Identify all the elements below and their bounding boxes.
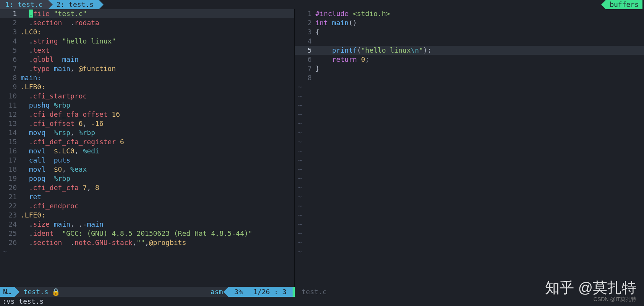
- code-line[interactable]: 26 .section .note.GNU-stack,"",@progbits: [0, 238, 294, 247]
- code-line[interactable]: 6 return 0;: [295, 55, 644, 64]
- code-line[interactable]: 10 .cfi_startproc: [0, 92, 294, 101]
- line-content: }: [316, 64, 644, 73]
- line-content: .cfi_endproc: [21, 201, 294, 211]
- code-line[interactable]: 13 .cfi_offset 6, -16: [0, 119, 294, 128]
- pane-left[interactable]: 1 .file "test.c"2 .section .rodata3.LC0:…: [0, 9, 294, 287]
- code-line[interactable]: 8: [295, 73, 644, 82]
- code-body-asm[interactable]: 1 .file "test.c"2 .section .rodata3.LC0:…: [0, 9, 294, 287]
- pane-right[interactable]: 1#include <stdio.h>2int main()3{45 print…: [295, 9, 644, 287]
- code-body-c[interactable]: 1#include <stdio.h>2int main()3{45 print…: [295, 9, 644, 287]
- code-line[interactable]: 2int main(): [295, 18, 644, 27]
- tilde-icon: ~: [295, 101, 302, 110]
- line-number: 24: [0, 220, 21, 229]
- line-number: 3: [0, 27, 21, 37]
- tilde-icon: ~: [295, 201, 302, 211]
- tilde-icon: ~: [295, 165, 302, 174]
- line-content: [316, 37, 644, 46]
- code-line[interactable]: 4 .string "hello linux": [0, 37, 294, 46]
- line-content: .cfi_def_cfa 7, 8: [21, 183, 294, 192]
- empty-line: ~: [295, 110, 644, 119]
- watermark: 知乎 @莫扎特: [545, 283, 636, 292]
- line-content: .text: [21, 46, 294, 55]
- line-content: ret: [21, 192, 294, 201]
- line-number: 3: [295, 27, 316, 37]
- line-number: 7: [295, 64, 316, 73]
- code-line[interactable]: 20 .cfi_def_cfa 7, 8: [0, 183, 294, 192]
- cursor-indicator: [293, 287, 295, 297]
- code-line[interactable]: 5 printf("hello linux\n");: [295, 46, 644, 55]
- line-content: .file "test.c": [21, 9, 294, 18]
- line-content: return 0;: [316, 55, 644, 64]
- position-label: 1/26 : 3: [253, 287, 286, 296]
- line-number: 20: [0, 183, 21, 192]
- code-line[interactable]: 7}: [295, 64, 644, 73]
- code-line[interactable]: 11 pushq %rbp: [0, 101, 294, 110]
- line-number: 5: [0, 46, 21, 55]
- tilde-icon: ~: [295, 229, 302, 238]
- code-line[interactable]: 15 .cfi_def_cfa_register 6: [0, 137, 294, 147]
- tilde-icon: ~: [0, 247, 7, 256]
- code-line[interactable]: 14 movq %rsp, %rbp: [0, 128, 294, 137]
- code-line[interactable]: 2 .section .rodata: [0, 18, 294, 27]
- tilde-icon: ~: [295, 128, 302, 137]
- empty-line: ~: [295, 211, 644, 220]
- lock-icon: 🔒: [52, 287, 60, 296]
- line-number: 2: [0, 18, 21, 27]
- code-line[interactable]: 3{: [295, 27, 644, 37]
- line-content: popq %rbp: [21, 174, 294, 183]
- tilde-icon: ~: [295, 211, 302, 220]
- code-line[interactable]: 16 movl $.LC0, %edi: [0, 147, 294, 156]
- code-line[interactable]: 23.LFE0:: [0, 211, 294, 220]
- empty-line: ~: [295, 229, 644, 238]
- line-content: [316, 73, 644, 82]
- empty-line: ~: [295, 165, 644, 174]
- line-number: 18: [0, 165, 21, 174]
- line-content: pushq %rbp: [21, 101, 294, 110]
- empty-line: ~: [295, 183, 644, 192]
- code-line[interactable]: 6 .globl main: [0, 55, 294, 64]
- code-line[interactable]: 1 .file "test.c": [0, 9, 294, 18]
- empty-line: ~: [295, 201, 644, 211]
- code-line[interactable]: 21 ret: [0, 192, 294, 201]
- line-number: 11: [0, 101, 21, 110]
- code-line[interactable]: 9.LFB0:: [0, 82, 294, 92]
- mode-segment: N…: [0, 287, 15, 297]
- code-line[interactable]: 4: [295, 37, 644, 46]
- line-content: .cfi_def_cfa_offset 16: [21, 110, 294, 119]
- code-line[interactable]: 1#include <stdio.h>: [295, 9, 644, 18]
- tilde-icon: ~: [295, 147, 302, 156]
- file-segment: test.s 🔒: [15, 287, 60, 296]
- code-line[interactable]: 5 .text: [0, 46, 294, 55]
- status-left: N… test.s 🔒 asm 3% 1/26 : 3: [0, 287, 295, 297]
- buffers-badge[interactable]: buffers: [606, 0, 642, 9]
- code-line[interactable]: 18 movl $0, %eax: [0, 165, 294, 174]
- code-line[interactable]: 24 .size main, .-main: [0, 220, 294, 229]
- code-line[interactable]: 25 .ident "GCC: (GNU) 4.8.5 20150623 (Re…: [0, 229, 294, 238]
- tilde-icon: ~: [295, 119, 302, 128]
- line-content: printf("hello linux\n");: [316, 46, 644, 55]
- line-content: call puts: [21, 156, 294, 165]
- line-number: 8: [295, 73, 316, 82]
- code-line[interactable]: 12 .cfi_def_cfa_offset 16: [0, 110, 294, 119]
- credit-label: CSDN @IT莫扎特: [594, 295, 636, 304]
- line-content: .string "hello linux": [21, 37, 294, 46]
- tilde-icon: ~: [295, 137, 302, 147]
- code-line[interactable]: 17 call puts: [0, 156, 294, 165]
- line-number: 6: [295, 55, 316, 64]
- line-content: .section .note.GNU-stack,"",@progbits: [21, 238, 294, 247]
- command-line[interactable]: :vs test.s: [0, 297, 644, 306]
- empty-line: ~: [295, 101, 644, 110]
- line-content: .LC0:: [21, 27, 294, 37]
- tilde-icon: ~: [295, 174, 302, 183]
- tab-test-s[interactable]: 2: test.s: [48, 0, 99, 9]
- line-number: 7: [0, 64, 21, 73]
- code-line[interactable]: 7 .type main, @function: [0, 64, 294, 73]
- empty-line: ~: [295, 128, 644, 137]
- tab-arrow-icon: [48, 0, 53, 9]
- tilde-icon: ~: [295, 156, 302, 165]
- code-line[interactable]: 19 popq %rbp: [0, 174, 294, 183]
- tab-test-c[interactable]: 1: test.c: [0, 0, 48, 9]
- code-line[interactable]: 22 .cfi_endproc: [0, 201, 294, 211]
- code-line[interactable]: 8main:: [0, 73, 294, 82]
- code-line[interactable]: 3.LC0:: [0, 27, 294, 37]
